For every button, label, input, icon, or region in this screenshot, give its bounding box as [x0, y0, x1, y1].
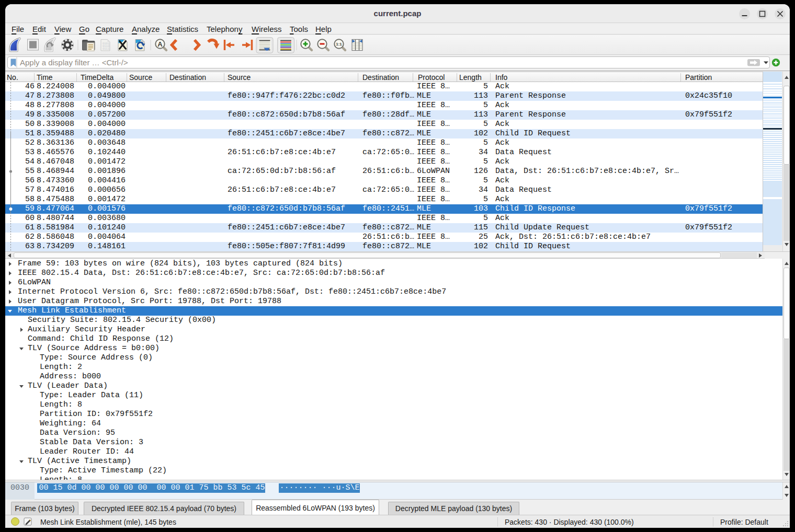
svg-text:0111: 0111: [103, 47, 110, 51]
svg-text:A: A: [157, 40, 163, 48]
svg-text:1:1: 1:1: [336, 42, 342, 47]
